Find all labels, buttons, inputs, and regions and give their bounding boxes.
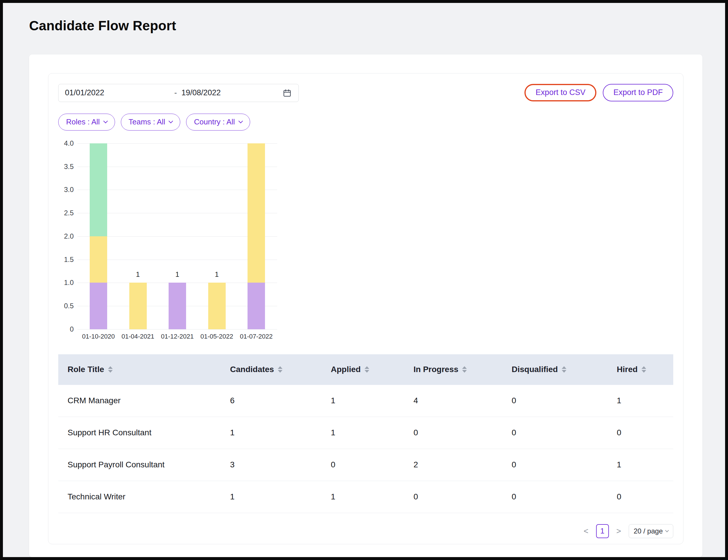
- column-header-candidates[interactable]: Candidates: [230, 365, 331, 374]
- value-cell: 4: [413, 396, 512, 405]
- filter-label: Roles : All: [66, 117, 100, 126]
- bar-segment-purple: [248, 283, 265, 329]
- page-size-label: 20 / page: [634, 527, 663, 535]
- chevron-down-icon: [169, 119, 173, 124]
- bar-segment-yellow: [90, 236, 107, 283]
- report-panel: 01/01/2022 - 19/08/2022 Export to CSV: [48, 73, 683, 544]
- chevron-down-icon: [665, 529, 669, 533]
- chart-plot: 111: [77, 143, 277, 329]
- value-cell: 0: [512, 460, 617, 469]
- y-axis-tick: 1.5: [58, 255, 74, 264]
- y-axis-tick: 2.0: [58, 232, 74, 241]
- value-cell: 0: [512, 428, 617, 437]
- export-pdf-button[interactable]: Export to PDF: [603, 84, 673, 101]
- sort-down-icon: [278, 370, 283, 373]
- role-title-cell: CRM Manager: [68, 396, 230, 405]
- filter-country[interactable]: Country : All: [186, 114, 250, 131]
- x-axis-tick: 01-07-2022: [236, 333, 277, 340]
- sort-down-icon: [108, 370, 113, 373]
- date-range-input[interactable]: 01/01/2022 - 19/08/2022: [58, 84, 299, 102]
- bar-value-label: 1: [166, 270, 189, 279]
- sort-arrows-icon[interactable]: [364, 366, 369, 373]
- value-cell: 2: [413, 460, 512, 469]
- filter-label: Teams : All: [129, 117, 165, 126]
- value-cell: 1: [617, 396, 673, 405]
- page-title: Candidate Flow Report: [29, 18, 725, 34]
- value-cell: 1: [230, 492, 331, 501]
- x-axis-tick: 01-05-2022: [197, 333, 237, 340]
- column-header-disqualified[interactable]: Disqualified: [512, 365, 617, 374]
- column-label: Disqualified: [512, 365, 558, 374]
- table-row: Support HR Consultant11000: [58, 417, 673, 449]
- sort-down-icon: [462, 370, 467, 373]
- sort-arrows-icon[interactable]: [462, 366, 467, 373]
- column-header-hired[interactable]: Hired: [617, 365, 673, 374]
- prev-page-button[interactable]: <: [582, 526, 589, 536]
- value-cell: 0: [413, 492, 512, 501]
- value-cell: 1: [331, 396, 413, 405]
- value-cell: 0: [617, 428, 673, 437]
- sort-arrows-icon[interactable]: [641, 366, 646, 373]
- date-start-value[interactable]: 01/01/2022: [65, 88, 170, 97]
- bar-value-label: 1: [205, 270, 229, 279]
- column-header-role-title[interactable]: Role Title: [68, 365, 230, 374]
- sort-arrows-icon[interactable]: [278, 366, 283, 373]
- value-cell: 0: [512, 492, 617, 501]
- date-separator: -: [170, 88, 182, 97]
- y-axis-tick: 3.0: [58, 185, 74, 194]
- role-title-cell: Support Payroll Consultant: [68, 460, 230, 469]
- roles-table: Role TitleCandidatesAppliedIn ProgressDi…: [58, 354, 673, 513]
- export-csv-button[interactable]: Export to CSV: [524, 84, 596, 101]
- table-body: CRM Manager61401Support HR Consultant110…: [58, 385, 673, 513]
- gridline: [77, 329, 277, 330]
- current-page-button[interactable]: 1: [596, 524, 609, 538]
- column-label: Candidates: [230, 365, 274, 374]
- column-header-in-progress[interactable]: In Progress: [413, 365, 512, 374]
- table-row: CRM Manager61401: [58, 385, 673, 417]
- x-axis-tick: 01-04-2021: [118, 333, 158, 340]
- y-axis-tick: 1.0: [58, 278, 74, 287]
- calendar-icon[interactable]: [283, 89, 292, 97]
- sort-up-icon: [364, 366, 369, 369]
- column-header-applied[interactable]: Applied: [331, 365, 413, 374]
- column-label: In Progress: [413, 365, 458, 374]
- column-label: Hired: [617, 365, 638, 374]
- y-axis-tick: 0: [58, 325, 74, 334]
- column-label: Applied: [331, 365, 361, 374]
- value-cell: 1: [230, 428, 331, 437]
- chevron-down-icon: [238, 119, 243, 124]
- y-axis-tick: 2.5: [58, 209, 74, 217]
- role-title-cell: Technical Writer: [68, 492, 230, 501]
- table-row: Support Payroll Consultant30201: [58, 449, 673, 481]
- sort-arrows-icon[interactable]: [562, 366, 566, 373]
- sort-down-icon: [562, 370, 566, 373]
- column-label: Role Title: [68, 365, 104, 374]
- date-end-value[interactable]: 19/08/2022: [182, 88, 283, 97]
- filter-roles[interactable]: Roles : All: [58, 114, 115, 131]
- bar-segment-yellow: [129, 283, 147, 329]
- bar-segment-green: [90, 143, 107, 236]
- y-axis-tick: 3.5: [58, 162, 74, 171]
- sort-up-icon: [462, 366, 467, 369]
- filter-label: Country : All: [194, 117, 235, 126]
- x-axis-tick: 01-12-2021: [157, 333, 198, 340]
- bar-segment-purple: [90, 283, 107, 329]
- sort-down-icon: [364, 370, 369, 373]
- filter-teams[interactable]: Teams : All: [121, 114, 181, 131]
- value-cell: 1: [331, 492, 413, 501]
- value-cell: 3: [230, 460, 331, 469]
- pagination: < 1 > 20 / page: [58, 524, 673, 538]
- y-axis-tick: 4.0: [58, 139, 74, 148]
- toolbar: 01/01/2022 - 19/08/2022 Export to CSV: [58, 84, 673, 102]
- page-size-select[interactable]: 20 / page: [629, 524, 673, 538]
- sort-down-icon: [641, 370, 646, 373]
- table-row: Technical Writer11000: [58, 481, 673, 513]
- sort-up-icon: [108, 366, 113, 369]
- value-cell: 0: [331, 460, 413, 469]
- sort-arrows-icon[interactable]: [108, 366, 113, 373]
- value-cell: 0: [413, 428, 512, 437]
- sort-up-icon: [278, 366, 283, 369]
- value-cell: 0: [617, 492, 673, 501]
- chevron-down-icon: [103, 119, 108, 124]
- next-page-button[interactable]: >: [615, 526, 622, 536]
